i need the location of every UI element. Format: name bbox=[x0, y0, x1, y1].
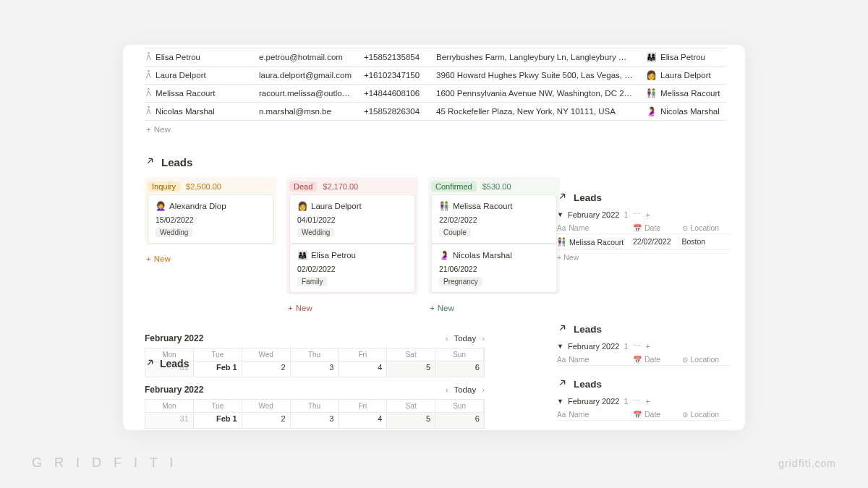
contact-address: 1600 Pennsylvania Avenue NW, Washington,… bbox=[430, 85, 640, 103]
card-date: 15/02/2022 bbox=[156, 215, 265, 224]
location-icon: ⊙ bbox=[682, 411, 688, 419]
person-emoji: 👫 bbox=[557, 237, 566, 247]
calendar-dow: Tue bbox=[194, 400, 242, 412]
col-date: Date bbox=[644, 223, 660, 232]
side-leads-panel-1: Leads ▼ February 2022 1 ⋯ + AaName 📅Date… bbox=[557, 184, 731, 265]
col-location: Location bbox=[691, 355, 720, 364]
card-tag: Family bbox=[297, 277, 327, 286]
person-icon: ᐰ bbox=[146, 72, 151, 80]
contact-address: 3960 Howard Hughes Pkwy Suite 500, Las V… bbox=[430, 67, 640, 85]
calendar-cell[interactable]: Feb 1 bbox=[194, 361, 242, 377]
card-date: 22/02/2022 bbox=[439, 215, 549, 224]
person-icon: ᐰ bbox=[146, 108, 151, 116]
calendar-dow: Fri bbox=[339, 348, 387, 361]
chevron-left-icon[interactable]: ‹ bbox=[446, 334, 448, 343]
chevron-right-icon[interactable]: › bbox=[482, 334, 485, 343]
kanban-new[interactable]: +New bbox=[286, 301, 418, 314]
contact-email: racourt.melissa@outlook.com bbox=[253, 85, 358, 103]
calendar-cell[interactable]: 4 bbox=[339, 361, 387, 377]
side-leads-title: Leads bbox=[574, 192, 602, 203]
chevron-left-icon[interactable]: ‹ bbox=[446, 385, 448, 394]
side-leads-title: Leads bbox=[574, 379, 602, 390]
plus-icon[interactable]: + bbox=[646, 397, 650, 406]
calendar-dow: Thu bbox=[291, 400, 339, 412]
contact-email: n.marshal@msn.be bbox=[253, 103, 358, 121]
calendar-dow: Tue bbox=[194, 348, 242, 361]
calendar-cell[interactable]: 6 bbox=[435, 412, 484, 428]
group-count: 1 bbox=[624, 342, 628, 351]
kanban-column-confirmed: Confirmed$530.00 👫Melissa Racourt 22/02/… bbox=[428, 177, 560, 314]
side-leads-panel-3: Leads ▼ February 2022 1 ⋯ + AaName 📅Date… bbox=[557, 370, 731, 421]
today-button[interactable]: Today bbox=[454, 334, 476, 343]
kanban-card[interactable]: 👫Melissa Racourt 22/02/2022 Couple bbox=[431, 194, 557, 244]
more-icon[interactable]: ⋯ bbox=[633, 396, 642, 406]
triangle-down-icon[interactable]: ▼ bbox=[557, 343, 563, 350]
calendar-cell[interactable]: Feb 1 bbox=[194, 412, 242, 428]
new-label: New bbox=[563, 253, 579, 262]
calendar-2: February 2022 ‹ Today › MonTueWedThuFriS… bbox=[145, 385, 485, 429]
group-label[interactable]: February 2022 bbox=[568, 210, 620, 219]
row-name: Melissa Racourt bbox=[569, 238, 624, 247]
calendar-cell[interactable]: 31 bbox=[145, 412, 194, 428]
card-date: 02/02/2022 bbox=[297, 265, 407, 273]
card-name: Melissa Racourt bbox=[453, 202, 512, 210]
col-name: Name bbox=[569, 223, 589, 232]
more-icon[interactable]: ⋯ bbox=[633, 210, 642, 219]
contact-row[interactable]: ᐰLaura Delportlaura.delport@gmail.com+16… bbox=[145, 67, 727, 85]
column-badge: Inquiry bbox=[148, 181, 180, 192]
col-date: Date bbox=[644, 410, 660, 419]
kanban-card[interactable]: 👩Laura Delport 04/01/2022 Wedding bbox=[289, 194, 415, 244]
contact-ref-name: Nicolas Marshal bbox=[660, 107, 720, 116]
group-label[interactable]: February 2022 bbox=[568, 397, 620, 406]
card-emoji: 👫 bbox=[439, 201, 449, 211]
contact-address: Berrybushes Farm, Langleybury Ln, Langle… bbox=[430, 48, 640, 67]
calendar-dow: Thu bbox=[291, 348, 339, 361]
side-leads-panel-2: Leads ▼ February 2022 1 ⋯ + AaName 📅Date… bbox=[557, 315, 731, 366]
calendar-icon: 📅 bbox=[633, 411, 642, 419]
contact-row[interactable]: ᐰNicolas Marshaln.marshal@msn.be+1585282… bbox=[145, 103, 727, 121]
calendar-cell[interactable]: 3 bbox=[291, 361, 339, 377]
calendar-dow: Sat bbox=[387, 400, 435, 412]
kanban-card[interactable]: 👨‍👩‍👧Elisa Petrou 02/02/2022 Family bbox=[289, 244, 415, 293]
calendar-cell[interactable]: 2 bbox=[242, 361, 291, 377]
kanban-new[interactable]: +New bbox=[145, 252, 276, 265]
chevron-right-icon[interactable]: › bbox=[482, 385, 485, 394]
plus-icon: + bbox=[430, 304, 435, 312]
side-leads-row[interactable]: 👫Melissa Racourt 22/02/2022 Boston bbox=[557, 234, 731, 250]
contact-ref-emoji: 👩 bbox=[646, 70, 656, 80]
card-date: 04/01/2022 bbox=[297, 215, 407, 224]
column-badge: Dead bbox=[289, 181, 317, 192]
contact-row[interactable]: ᐰElisa Petroue.petrou@hotmail.com+158521… bbox=[145, 48, 727, 67]
calendar-dow: Sun bbox=[435, 400, 484, 412]
today-button[interactable]: Today bbox=[454, 385, 476, 394]
contact-name: Nicolas Marshal bbox=[156, 107, 215, 116]
column-amount: $2,170.00 bbox=[323, 182, 358, 191]
column-badge: Confirmed bbox=[431, 181, 477, 192]
contact-ref-emoji: 👨‍👩‍👧 bbox=[646, 52, 656, 62]
contact-row[interactable]: ᐰMelissa Racourtracourt.melissa@outlook.… bbox=[145, 85, 727, 103]
watermark-url: gridfiti.com bbox=[778, 458, 836, 469]
group-label[interactable]: February 2022 bbox=[568, 342, 620, 351]
triangle-down-icon[interactable]: ▼ bbox=[557, 398, 563, 405]
link-arrow-icon bbox=[145, 357, 156, 370]
calendar-cell[interactable]: 5 bbox=[387, 361, 435, 377]
kanban-card[interactable]: 👩‍🦱Alexandra Diop 15/02/2022 Wedding bbox=[148, 194, 273, 244]
card-date: 21/06/2022 bbox=[439, 265, 549, 273]
side-leads-title: Leads bbox=[574, 324, 602, 335]
calendar-cell[interactable]: 5 bbox=[387, 412, 435, 428]
triangle-down-icon[interactable]: ▼ bbox=[557, 211, 563, 218]
calendar-dow: Wed bbox=[242, 348, 291, 361]
calendar-cell[interactable]: 3 bbox=[291, 412, 339, 428]
calendar-cell[interactable]: 4 bbox=[339, 412, 387, 428]
kanban-new[interactable]: +New bbox=[428, 301, 560, 314]
plus-icon[interactable]: + bbox=[646, 210, 650, 219]
calendar-cell[interactable]: 2 bbox=[242, 412, 291, 428]
card-emoji: 🤰 bbox=[439, 250, 449, 260]
plus-icon[interactable]: + bbox=[646, 342, 650, 351]
side-new-row[interactable]: + New bbox=[557, 250, 731, 265]
contacts-new-row[interactable]: +New bbox=[145, 121, 727, 139]
card-name: Nicolas Marshal bbox=[453, 251, 512, 260]
more-icon[interactable]: ⋯ bbox=[633, 341, 642, 351]
kanban-card[interactable]: 🤰Nicolas Marshal 21/06/2022 Pregnancy bbox=[431, 244, 557, 293]
calendar-cell[interactable]: 6 bbox=[435, 361, 484, 377]
